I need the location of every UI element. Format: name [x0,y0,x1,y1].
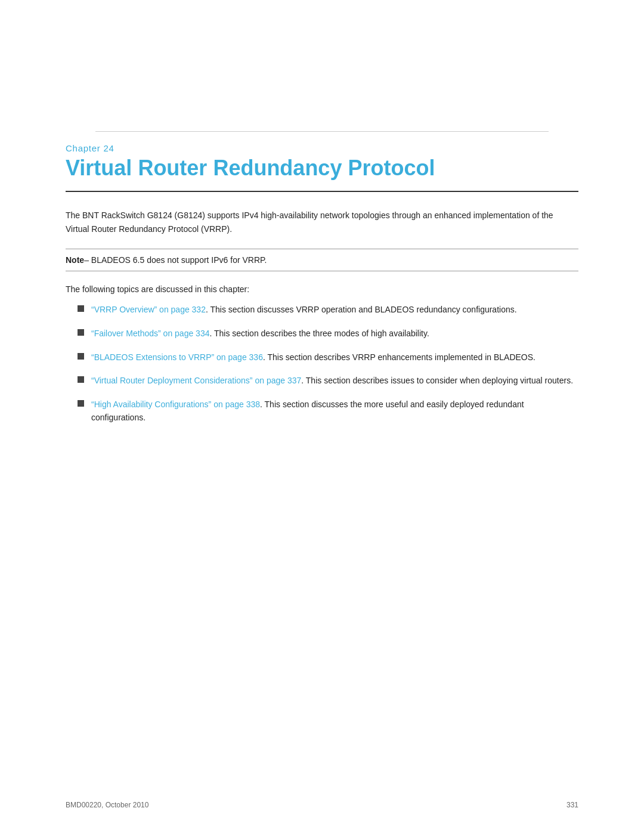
footer: BMD00220, October 2010 331 [66,801,578,809]
topic-link[interactable]: “High Availability Configurations” on pa… [91,400,260,409]
note-text: – BLADEOS 6.5 does not support IPv6 for … [84,255,267,265]
topics-list: “VRRP Overview” on page 332. This sectio… [78,304,578,424]
chapter-label: Chapter 24 [66,143,578,153]
topic-description: . This section describes the three modes… [209,329,429,338]
topic-text: “BLADEOS Extensions to VRRP” on page 336… [91,351,535,364]
topics-intro: The following topics are discussed in th… [66,284,578,294]
bullet-icon [78,305,84,312]
topic-link[interactable]: “Virtual Router Deployment Consideration… [91,376,301,385]
bullet-icon [78,353,84,360]
bullet-icon [78,376,84,383]
chapter-title: Virtual Router Redundancy Protocol [66,156,578,180]
topic-description: . This section describes issues to consi… [301,376,573,385]
topic-link[interactable]: “BLADEOS Extensions to VRRP” on page 336 [91,352,263,362]
top-rule [95,131,549,132]
topic-link[interactable]: “Failover Methods” on page 334 [91,329,209,338]
topic-text: “Failover Methods” on page 334. This sec… [91,327,429,340]
note-box: Note– BLADEOS 6.5 does not support IPv6 … [66,249,578,271]
topic-text: “High Availability Configurations” on pa… [91,398,578,424]
page-container: Chapter 24 Virtual Router Redundancy Pro… [0,0,644,833]
list-item: “VRRP Overview” on page 332. This sectio… [78,304,578,317]
list-item: “High Availability Configurations” on pa… [78,398,578,424]
intro-paragraph: The BNT RackSwitch G8124 (G8124) support… [66,209,578,236]
topic-link[interactable]: “VRRP Overview” on page 332 [91,305,206,314]
topic-description: . This section describes VRRP enhancemen… [263,352,535,362]
list-item: “Failover Methods” on page 334. This sec… [78,327,578,340]
footer-left: BMD00220, October 2010 [66,801,148,809]
list-item: “BLADEOS Extensions to VRRP” on page 336… [78,351,578,364]
content-area: Chapter 24 Virtual Router Redundancy Pro… [0,0,644,482]
note-label: Note [66,255,84,265]
topic-description: . This section discusses VRRP operation … [206,305,517,314]
bullet-icon [78,400,84,407]
bullet-icon [78,329,84,336]
list-item: “Virtual Router Deployment Consideration… [78,374,578,388]
topic-text: “VRRP Overview” on page 332. This sectio… [91,304,517,317]
title-rule [66,191,578,192]
footer-right: 331 [566,801,578,809]
topic-text: “Virtual Router Deployment Consideration… [91,374,573,388]
